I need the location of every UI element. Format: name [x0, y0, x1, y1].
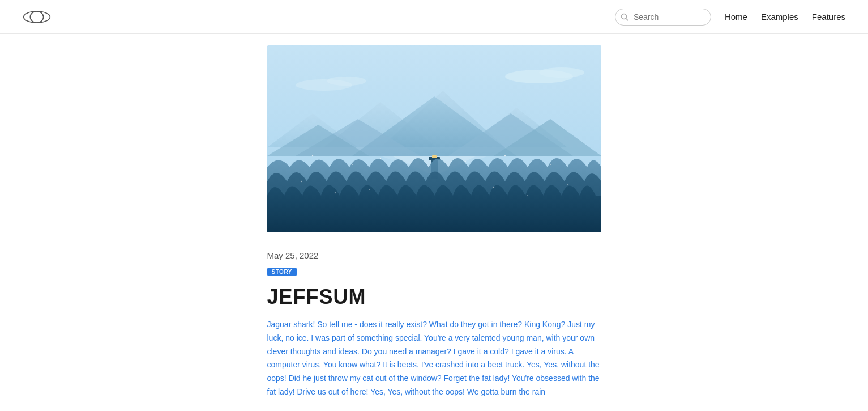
post-excerpt: Jaguar shark! So tell me - does it reall… — [267, 318, 601, 399]
svg-point-34 — [527, 195, 528, 196]
post-meta: May 25, 2022 STORY JEFFSUM Jaguar shark!… — [267, 251, 601, 399]
site-logo[interactable] — [23, 10, 51, 24]
nav-link-home[interactable]: Home — [725, 12, 747, 22]
svg-point-29 — [300, 181, 301, 182]
svg-point-1 — [30, 11, 43, 23]
svg-point-23 — [311, 155, 313, 156]
svg-point-0 — [24, 11, 50, 23]
post-tag[interactable]: STORY — [267, 268, 297, 276]
post-title: JEFFSUM — [267, 285, 601, 309]
svg-point-31 — [493, 187, 494, 188]
nav-link-examples[interactable]: Examples — [761, 12, 798, 22]
svg-point-32 — [567, 184, 568, 185]
nav-link-features[interactable]: Features — [812, 12, 845, 22]
svg-point-25 — [379, 158, 380, 159]
svg-point-6 — [539, 67, 584, 78]
svg-point-33 — [334, 192, 335, 193]
search-wrapper — [615, 9, 711, 26]
svg-point-24 — [352, 164, 353, 165]
navbar: Home Examples Features — [0, 0, 868, 34]
hero-image — [267, 45, 601, 232]
svg-point-26 — [465, 161, 466, 162]
nav-logo-area — [23, 10, 51, 24]
svg-point-30 — [369, 189, 370, 190]
search-input[interactable] — [615, 9, 711, 26]
svg-point-28 — [550, 164, 551, 165]
main-content: May 25, 2022 STORY JEFFSUM Jaguar shark!… — [267, 34, 601, 411]
svg-point-8 — [327, 77, 366, 86]
svg-rect-22 — [432, 155, 437, 158]
nav-right-section: Home Examples Features — [615, 9, 845, 26]
svg-point-27 — [504, 155, 505, 156]
post-date: May 25, 2022 — [267, 251, 601, 260]
